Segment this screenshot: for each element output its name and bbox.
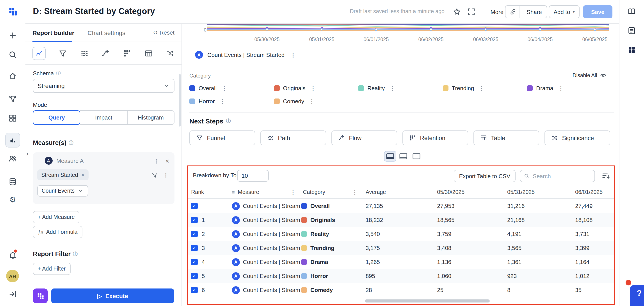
table-row[interactable]: ✓3 ACount Events | Stream Trending 3,175… xyxy=(188,241,614,255)
tab-chart-settings[interactable]: Chart settings xyxy=(88,29,126,36)
search-icon[interactable] xyxy=(8,50,17,59)
significance-chart-type-icon[interactable] xyxy=(166,49,174,58)
header-date: 05/30/2025 xyxy=(434,186,504,198)
color-swatch xyxy=(358,85,364,91)
row-checkbox[interactable]: ✓ xyxy=(191,287,198,293)
notifications-bell-icon[interactable] xyxy=(8,251,17,260)
close-icon[interactable]: × xyxy=(164,157,170,164)
next-step-significance[interactable]: Significance xyxy=(544,131,610,145)
filter-icon[interactable] xyxy=(151,171,158,178)
journeys-icon[interactable] xyxy=(8,95,17,103)
row-checkbox[interactable]: ✓ xyxy=(191,203,198,209)
home-icon[interactable] xyxy=(8,72,17,81)
reset-button[interactable]: ↺ Reset xyxy=(153,29,174,36)
disable-all-button[interactable]: Disable All xyxy=(572,72,607,79)
table-row[interactable]: ✓2 ACount Events | Stream Reality 3,540 … xyxy=(188,227,614,241)
row-checkbox[interactable]: ✓ xyxy=(191,273,198,279)
kebab-menu-icon[interactable]: ⋮ xyxy=(152,157,160,164)
export-csv-button[interactable]: Export Table to CSV xyxy=(454,170,516,182)
formula-icon: ƒx xyxy=(38,229,44,235)
mode-query[interactable]: Query xyxy=(33,110,80,125)
docs-book-icon[interactable] xyxy=(627,7,636,16)
table-sort-icon[interactable] xyxy=(602,172,610,180)
builder-tabs: Report builder Chart settings ↺ Reset xyxy=(26,24,182,42)
table-row[interactable]: ✓5 ACount Events | Stream Horror 895 1,0… xyxy=(188,269,614,283)
kebab-menu-icon[interactable]: ⋮ xyxy=(557,85,565,92)
kebab-menu-icon[interactable]: ⋮ xyxy=(218,98,227,105)
row-checkbox[interactable]: ✓ xyxy=(191,217,198,223)
favorite-star-icon[interactable] xyxy=(452,7,461,16)
next-step-table[interactable]: Table xyxy=(474,131,539,145)
undo-icon: ↺ xyxy=(153,29,158,36)
layout-full-toggle[interactable] xyxy=(411,152,422,161)
exit-collapse-icon[interactable] xyxy=(8,290,17,299)
data-icon[interactable] xyxy=(8,177,17,186)
next-step-path[interactable]: Path xyxy=(260,131,326,145)
kebab-menu-icon[interactable]: ⋮ xyxy=(308,98,316,105)
breakdown-top-input[interactable] xyxy=(237,170,269,182)
next-step-funnel[interactable]: Funnel xyxy=(190,131,255,145)
funnel-chart-type-icon[interactable] xyxy=(58,49,67,58)
user-avatar[interactable]: AH xyxy=(6,270,19,282)
panel-collapse-handle[interactable]: › xyxy=(26,150,28,157)
layout-bottom-toggle[interactable] xyxy=(398,152,409,161)
analytics-icon-active[interactable] xyxy=(5,133,20,148)
aggregation-select[interactable]: Count Events xyxy=(37,185,88,197)
kebab-menu-icon[interactable]: ⋮ xyxy=(478,85,486,92)
table-search-input[interactable] xyxy=(532,172,591,180)
kebab-menu-icon[interactable]: ⋮ xyxy=(309,85,318,92)
copy-link-icon[interactable] xyxy=(506,6,520,18)
share-button[interactable]: Share xyxy=(523,8,546,15)
tab-report-builder[interactable]: Report builder xyxy=(32,29,74,36)
add-filter-button[interactable]: + Add Filter xyxy=(33,263,70,275)
line-chart-type-icon[interactable] xyxy=(32,47,46,60)
next-step-retention[interactable]: Retention xyxy=(402,131,468,145)
table-search[interactable] xyxy=(520,170,595,182)
panel-scrollbar[interactable] xyxy=(179,74,180,127)
save-button[interactable]: Save xyxy=(583,5,612,18)
table-chart-type-icon[interactable] xyxy=(144,49,153,58)
help-button[interactable]: ? xyxy=(630,285,644,306)
horizontal-scrollbar[interactable] xyxy=(365,300,490,303)
settings-gear-icon[interactable]: ⚙ xyxy=(8,196,17,204)
kebab-menu-icon[interactable]: ⋮ xyxy=(351,189,359,195)
next-step-flow[interactable]: Flow xyxy=(332,131,397,145)
row-checkbox[interactable]: ✓ xyxy=(191,231,198,237)
audiences-icon[interactable] xyxy=(8,154,17,163)
app-logo-icon[interactable] xyxy=(8,7,17,16)
layout-split-toggle[interactable] xyxy=(384,152,396,161)
table-row[interactable]: ✓1 ACount Events | Stream Originals 18,2… xyxy=(188,213,614,227)
value-cell: 4,191 xyxy=(504,227,572,241)
retention-chart-type-icon[interactable] xyxy=(123,49,132,58)
notes-icon[interactable] xyxy=(627,26,636,35)
table-row[interactable]: ✓ ACount Events | Stream Overall 27,135 … xyxy=(188,199,614,213)
schema-select[interactable]: Streaming xyxy=(33,79,174,93)
apps-squares-icon[interactable] xyxy=(627,45,636,55)
create-new-icon[interactable] xyxy=(8,31,17,40)
kebab-menu-icon[interactable]: ⋮ xyxy=(162,172,170,178)
fullscreen-icon[interactable] xyxy=(467,7,476,16)
event-chip[interactable]: Stream Started × xyxy=(37,169,88,180)
drag-handle-icon[interactable]: ≡ xyxy=(37,157,40,164)
row-checkbox[interactable]: ✓ xyxy=(191,259,198,265)
mode-histogram[interactable]: Histogram xyxy=(127,110,174,125)
add-formula-button[interactable]: ƒx Add Formula xyxy=(33,226,82,238)
close-icon[interactable]: × xyxy=(81,172,84,178)
kebab-menu-icon[interactable]: ⋮ xyxy=(220,85,228,92)
mode-impact[interactable]: Impact xyxy=(80,110,127,125)
add-to-button[interactable]: Add to▾ xyxy=(549,5,580,18)
kebab-menu-icon[interactable]: ⋮ xyxy=(289,189,297,195)
add-measure-button[interactable]: + Add Measure xyxy=(33,211,80,223)
color-swatch xyxy=(527,85,533,91)
color-swatch xyxy=(442,85,448,91)
table-row[interactable]: ✓4 ACount Events | Stream Drama 1,265 1,… xyxy=(188,255,614,269)
kebab-menu-icon[interactable]: ⋮ xyxy=(289,51,297,58)
integrations-logo-button[interactable] xyxy=(33,289,48,303)
table-row[interactable]: ✓6 ACount Events | Stream Comedy 28 25 8… xyxy=(188,283,614,297)
kebab-menu-icon[interactable]: ⋮ xyxy=(388,85,397,92)
path-chart-type-icon[interactable] xyxy=(80,49,88,58)
execute-button[interactable]: ▷ Execute xyxy=(51,289,174,303)
flow-chart-type-icon[interactable] xyxy=(101,49,110,58)
row-checkbox[interactable]: ✓ xyxy=(191,245,198,251)
dashboards-icon[interactable] xyxy=(8,114,17,123)
